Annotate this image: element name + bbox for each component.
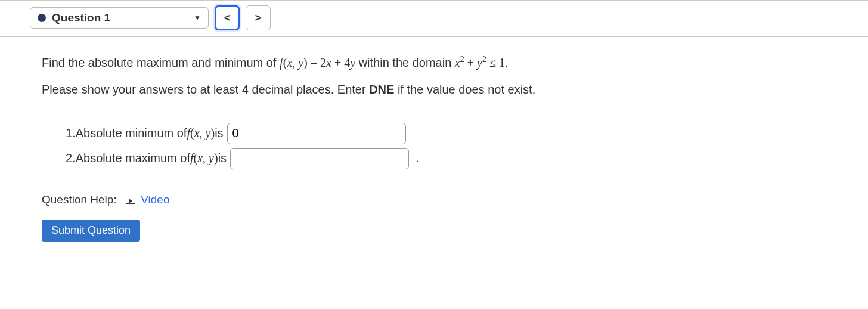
ans1-num: 1. [66, 126, 76, 140]
prev-question-button[interactable]: < [215, 5, 240, 30]
prompt-domain: x2 + y2 ≤ 1 [455, 56, 505, 69]
ans2-is: is [218, 152, 227, 165]
submit-button[interactable]: Submit Question [42, 220, 140, 242]
ans2-post: . [409, 152, 419, 165]
question-content: Find the absolute maximum and minimum of… [0, 37, 868, 259]
video-icon [126, 197, 135, 204]
answer-row-min: 1. Absolute minimum of f(x, y) is [66, 123, 826, 144]
instructions: Please show your answers to at least 4 d… [42, 83, 826, 97]
prompt-pre: Find the absolute maximum and minimum of [42, 56, 280, 69]
ans1-text: Absolute minimum of [76, 126, 187, 140]
chevron-left-icon: < [224, 12, 231, 24]
instr-bold: DNE [369, 83, 394, 96]
question-label: Question 1 [52, 11, 110, 24]
maximum-input[interactable] [230, 148, 409, 169]
caret-down-icon: ▼ [194, 14, 201, 22]
question-help: Question Help: Video [42, 193, 826, 206]
ans2-text: Absolute maximum of [76, 152, 190, 165]
instr-post: if the value does not exist. [394, 83, 535, 96]
status-dot-icon [38, 14, 46, 22]
video-link[interactable]: Video [141, 193, 169, 206]
question-prompt: Find the absolute maximum and minimum of… [42, 55, 826, 70]
prompt-fn: f(x, y) = 2x + 4y [280, 56, 355, 69]
ans1-fn: f(x, y) [187, 126, 215, 140]
ans2-num: 2. [66, 152, 76, 165]
page: Question 1 ▼ < > Find the absolute maxim… [0, 0, 868, 259]
answers-list: 1. Absolute minimum of f(x, y) is 2. Abs… [42, 123, 826, 169]
next-question-button[interactable]: > [246, 5, 271, 30]
answer-row-max: 2. Absolute maximum of f(x, y) is . [66, 148, 826, 169]
chevron-right-icon: > [255, 12, 262, 24]
ans2-fn: f(x, y) [190, 152, 218, 165]
instr-pre: Please show your answers to at least 4 d… [42, 83, 369, 96]
ans1-is: is [215, 126, 223, 140]
question-nav-bar: Question 1 ▼ < > [0, 0, 868, 37]
question-selector[interactable]: Question 1 ▼ [30, 7, 209, 29]
help-label: Question Help: [42, 193, 117, 206]
prompt-post: . [505, 56, 509, 69]
prompt-mid: within the domain [355, 56, 455, 69]
minimum-input[interactable] [227, 123, 406, 144]
